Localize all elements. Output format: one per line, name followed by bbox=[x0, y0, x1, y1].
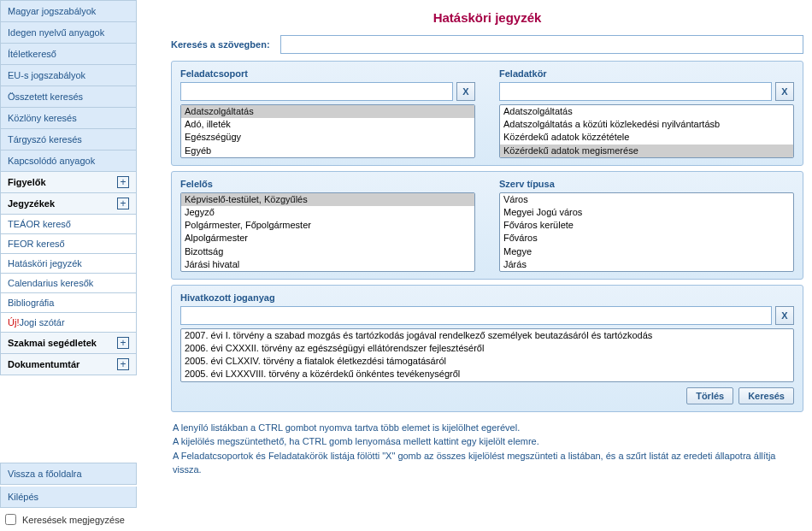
list-item[interactable]: Járási hivatal bbox=[181, 258, 474, 271]
hivatkozott-label: Hivatkozott joganyag bbox=[180, 292, 275, 303]
help-text: A lenyíló listákban a CTRL gombot nyomva… bbox=[171, 417, 803, 481]
panel-3: Hivatkozott joganyag X 2007. évi I. törv… bbox=[171, 285, 803, 412]
list-item[interactable]: Bizottság bbox=[181, 245, 474, 258]
feladatkor-list[interactable]: Adatszolgáltatás Adatszolgáltatás a közú… bbox=[499, 104, 794, 158]
feladatkor-input[interactable] bbox=[499, 82, 772, 101]
list-item[interactable]: Város bbox=[500, 193, 793, 206]
hivatkozott-input[interactable] bbox=[180, 306, 772, 325]
list-item[interactable]: 2007. évi I. törvény a szabad mozgás és … bbox=[181, 329, 793, 342]
feladatkor-label: Feladatkör bbox=[499, 68, 794, 79]
list-item[interactable]: Főváros bbox=[500, 232, 793, 245]
expand-icon[interactable]: + bbox=[117, 176, 129, 188]
list-item[interactable]: Adó, illeték bbox=[181, 118, 474, 131]
page-title: Hatásköri jegyzék bbox=[171, 3, 803, 35]
sub-jogi-szotar[interactable]: Új!Jogi szótár bbox=[0, 313, 137, 333]
nav-osszetett[interactable]: Összetett keresés bbox=[0, 86, 137, 108]
search-button[interactable]: Keresés bbox=[738, 387, 794, 404]
nav-idegen[interactable]: Idegen nyelvű anyagok bbox=[0, 22, 137, 44]
hivatkozott-clear[interactable]: X bbox=[775, 306, 794, 325]
list-item[interactable]: Alpolgármester bbox=[181, 232, 474, 245]
feladatkor-clear[interactable]: X bbox=[775, 82, 794, 101]
list-item[interactable]: Jegyző bbox=[181, 206, 474, 219]
help-line: A kijelölés megszüntethető, ha CTRL gomb… bbox=[173, 434, 802, 449]
clear-button[interactable]: Törlés bbox=[686, 387, 733, 404]
feladatcsoport-list[interactable]: Adatszolgáltatás Adó, illeték Egészségüg… bbox=[180, 104, 475, 158]
nav-kapcsolodo[interactable]: Kapcsolódó anyagok bbox=[0, 150, 137, 172]
list-item[interactable]: Adatszolgáltatás bbox=[181, 105, 474, 118]
nav-kozlony[interactable]: Közlöny keresés bbox=[0, 108, 137, 129]
expand-icon[interactable]: + bbox=[117, 358, 129, 370]
nav-targyszo[interactable]: Tárgyszó keresés bbox=[0, 129, 137, 150]
search-text-label: Keresés a szövegben: bbox=[171, 39, 270, 50]
list-item[interactable]: 2005. évi LXXXVIII. törvény a közérdekű … bbox=[181, 368, 793, 381]
nav-magyar[interactable]: Magyar jogszabályok bbox=[0, 0, 137, 22]
help-line: A Feladatcsoportok és Feladatakörök list… bbox=[173, 449, 802, 477]
list-item[interactable]: Polgármester, Főpolgármester bbox=[181, 219, 474, 232]
list-item[interactable]: Képviselő-testület, Közgyűlés bbox=[181, 193, 474, 206]
panel-1: Feladatcsoport X Adatszolgáltatás Adó, i… bbox=[171, 61, 803, 166]
list-item[interactable]: Közérdekű adatok megismerése bbox=[500, 145, 793, 157]
sub-feor[interactable]: FEOR kereső bbox=[0, 234, 137, 254]
section-dokutar[interactable]: Dokumentumtár + bbox=[0, 354, 137, 375]
section-jegyzekek[interactable]: Jegyzékek + bbox=[0, 193, 137, 215]
section-label: Jegyzékek bbox=[8, 198, 55, 209]
feladatcsoport-label: Feladatcsoport bbox=[180, 68, 475, 79]
list-item[interactable]: Megyei Jogú város bbox=[500, 206, 793, 219]
list-item[interactable]: Főváros kerülete bbox=[500, 219, 793, 232]
felelos-list[interactable]: Képviselő-testület, Közgyűlés Jegyző Pol… bbox=[180, 192, 475, 272]
nav-itelet[interactable]: Ítéletkereső bbox=[0, 44, 137, 65]
uj-prefix: Új! bbox=[8, 317, 19, 327]
remember-searches[interactable]: Keresések megjegyzése bbox=[0, 508, 137, 531]
nav-eu[interactable]: EU-s jogszabályok bbox=[0, 65, 137, 86]
remember-checkbox[interactable] bbox=[5, 514, 16, 525]
sub-teaor[interactable]: TEÁOR kereső bbox=[0, 215, 137, 234]
remember-label: Keresések megjegyzése bbox=[22, 515, 125, 525]
section-label: Figyelők bbox=[8, 177, 46, 187]
feladatcsoport-clear[interactable]: X bbox=[456, 82, 475, 101]
list-item[interactable]: Egészségügy bbox=[181, 131, 474, 144]
list-item[interactable]: Közérdekű adatok közzététele bbox=[500, 131, 793, 144]
felelos-label: Felelős bbox=[180, 179, 475, 189]
section-label: Dokumentumtár bbox=[8, 359, 79, 369]
feladatcsoport-input[interactable] bbox=[180, 82, 453, 101]
nav-fooldal[interactable]: Vissza a főoldalra bbox=[0, 463, 137, 485]
list-item[interactable]: Adatszolgáltatás a közúti közlekedési ny… bbox=[500, 118, 793, 131]
sub-bibliografia[interactable]: Bibliográfia bbox=[0, 293, 137, 313]
expand-icon[interactable]: + bbox=[117, 337, 129, 349]
list-item[interactable]: 2005. évi CLXXIV. törvény a fiatalok éle… bbox=[181, 355, 793, 368]
sub-hataskori[interactable]: Hatásköri jegyzék bbox=[0, 254, 137, 274]
list-item[interactable]: Megye bbox=[500, 245, 793, 258]
search-text-input[interactable] bbox=[280, 35, 803, 54]
uj-rest: Jogi szótár bbox=[19, 317, 64, 327]
panel-2: Felelős Képviselő-testület, Közgyűlés Je… bbox=[171, 171, 803, 280]
help-line: A lenyíló listákban a CTRL gombot nyomva… bbox=[173, 421, 802, 435]
list-item[interactable]: Járás bbox=[500, 258, 793, 271]
list-item[interactable]: Adatszolgáltatás bbox=[500, 105, 793, 118]
section-figyelok[interactable]: Figyelők + bbox=[0, 172, 137, 193]
szervtipus-label: Szerv típusa bbox=[499, 179, 794, 189]
list-item[interactable]: 2006. évi CXXXII. törvény az egészségügy… bbox=[181, 342, 793, 355]
sub-calendarius[interactable]: Calendarius keresők bbox=[0, 274, 137, 293]
section-label: Szakmai segédletek bbox=[8, 338, 97, 348]
hivatkozott-list[interactable]: 2007. évi I. törvény a szabad mozgás és … bbox=[180, 328, 794, 382]
nav-kilepes[interactable]: Kilépés bbox=[0, 487, 137, 508]
section-szakmai[interactable]: Szakmai segédletek + bbox=[0, 333, 137, 354]
szervtipus-list[interactable]: Város Megyei Jogú város Főváros kerülete… bbox=[499, 192, 794, 272]
expand-icon[interactable]: + bbox=[117, 198, 129, 209]
list-item[interactable]: Egyéb bbox=[181, 145, 474, 157]
